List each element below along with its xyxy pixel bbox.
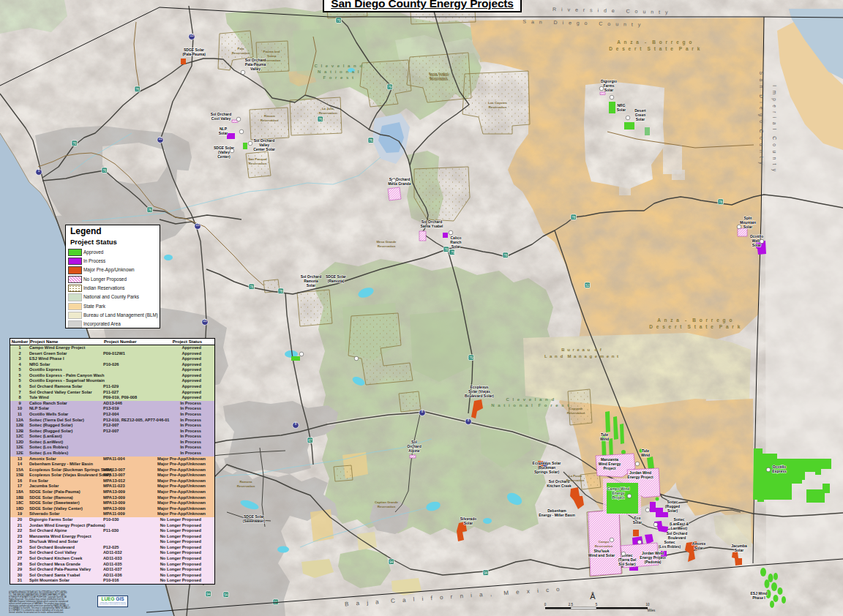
svg-text:Solar: Solar <box>307 283 316 288</box>
svg-text:Copypah: Copypah <box>569 407 583 410</box>
svg-text:2.5: 2.5 <box>569 603 574 606</box>
svg-text:Pauma and: Pauma and <box>263 50 280 53</box>
svg-text:N a t i o n a l: N a t i o n a l <box>318 70 360 74</box>
svg-text:(Ramona): (Ramona) <box>327 279 344 283</box>
svg-text:Reservation: Reservation <box>430 76 448 80</box>
svg-text:Campo: Campo <box>599 540 610 544</box>
svg-text:Solar: Solar <box>452 244 461 249</box>
svg-text:Reservation: Reservation <box>232 51 250 55</box>
svg-text:94: 94 <box>484 571 488 575</box>
svg-text:10: 10 <box>645 603 650 606</box>
svg-text:Reservation: Reservation <box>566 478 585 482</box>
svg-text:Reservation: Reservation <box>249 162 267 165</box>
svg-text:Wind: Wind <box>641 453 650 457</box>
svg-text:Solar: Solar <box>694 546 704 550</box>
svg-text:Solar): Solar) <box>667 508 678 513</box>
svg-text:(Los Robles): (Los Robles) <box>659 544 681 549</box>
svg-text:8: 8 <box>422 410 424 413</box>
svg-text:Reservation: Reservation <box>567 411 585 415</box>
svg-text:L a n d M a n a g e m e n t: L a n d M a n a g e m e n t <box>544 354 619 358</box>
svg-text:Å: Å <box>590 592 596 601</box>
svg-text:Wind and Solar: Wind and Solar <box>588 553 615 557</box>
svg-text:Cool Valley: Cool Valley <box>211 116 231 121</box>
svg-text:78: 78 <box>572 216 576 219</box>
svg-text:Reservation: Reservation <box>237 484 255 488</box>
svg-text:Springs Solar): Springs Solar) <box>534 470 560 474</box>
svg-text:76: 76 <box>369 139 373 143</box>
svg-text:A n z a - B o r r e g o: A n z a - B o r r e g o <box>617 40 693 45</box>
svg-text:Phase I: Phase I <box>752 596 765 600</box>
svg-text:76: 76 <box>135 88 140 91</box>
svg-text:Solar: Solar <box>219 131 228 135</box>
svg-text:Sol Solar): Sol Solar) <box>618 562 636 566</box>
svg-text:Reservation: Reservation <box>378 505 396 508</box>
svg-text:Rincon: Rincon <box>264 114 275 118</box>
svg-text:5: 5 <box>38 169 40 173</box>
svg-text:Wind: Wind <box>600 437 609 441</box>
svg-text:54: 54 <box>224 593 228 597</box>
svg-text:C l e v e l a n d: C l e v e l a n d <box>314 64 363 68</box>
svg-text:S2: S2 <box>585 284 590 288</box>
svg-text:LanWest): LanWest) <box>671 526 688 530</box>
svg-text:Santa Ysabel: Santa Ysabel <box>429 72 449 75</box>
svg-text:Solar: Solar <box>617 108 626 112</box>
svg-text:8: 8 <box>468 418 470 422</box>
svg-text:Reservation: Reservation <box>263 59 281 62</box>
svg-text:94: 94 <box>389 560 394 564</box>
svg-text:(Padoma): (Padoma) <box>645 560 662 564</box>
svg-text:(Pala-Pauma): (Pala-Pauma) <box>182 52 206 56</box>
svg-text:Yuima: Yuima <box>267 54 277 58</box>
svg-text:Santa Ysabel: Santa Ysabel <box>420 224 443 228</box>
svg-text:D e s e r t S t a t e P a r: D e s e r t S t a t e P a r k <box>649 324 741 329</box>
svg-text:Solar: Solar <box>743 225 753 229</box>
svg-text:8: 8 <box>295 422 297 426</box>
svg-text:Project: Project <box>604 466 616 470</box>
svg-text:Solar: Solar <box>636 117 645 121</box>
svg-text:Alpine: Alpine <box>408 448 419 453</box>
svg-text:Pala: Pala <box>238 47 244 50</box>
svg-text:S a n D i e g o C o u n t y: S a n D i e g o C o u n t y <box>758 72 764 165</box>
svg-text:Reservation: Reservation <box>378 244 396 248</box>
svg-text:67: 67 <box>308 439 312 443</box>
svg-text:94: 94 <box>206 593 211 596</box>
svg-text:Solar: Solar <box>752 243 762 247</box>
svg-text:Energy Project: Energy Project <box>627 475 653 479</box>
svg-text:79: 79 <box>388 86 392 89</box>
svg-text:Los Coyotes: Los Coyotes <box>488 101 507 105</box>
svg-text:78: 78 <box>503 254 508 258</box>
svg-text:Boulevard Solar): Boulevard Solar) <box>465 394 494 398</box>
svg-text:79: 79 <box>337 19 341 23</box>
svg-text:Reservation: Reservation <box>489 105 507 109</box>
svg-text:Project: Project <box>612 495 625 500</box>
svg-text:Ramona: Ramona <box>240 480 253 484</box>
svg-text:Mesa Grande: Mesa Grande <box>388 181 411 186</box>
svg-text:76: 76 <box>148 209 152 212</box>
svg-text:San Pasqual: San Pasqual <box>248 157 267 161</box>
svg-text:Valley: Valley <box>250 67 261 71</box>
svg-text:Mesa Grande: Mesa Grande <box>377 240 397 244</box>
svg-text:La Jolla: La Jolla <box>322 107 334 110</box>
svg-text:(Sweetwater): (Sweetwater) <box>243 519 266 523</box>
svg-text:78: 78 <box>444 248 449 252</box>
svg-text:Reservation: Reservation <box>319 111 337 115</box>
svg-text:Solar: Solar <box>604 88 614 92</box>
svg-text:Center Solar: Center Solar <box>253 147 275 151</box>
svg-text:N a t i o n a l F o r e s t: N a t i o n a l F o r e s t <box>491 403 569 407</box>
svg-text:78: 78 <box>250 285 254 289</box>
svg-text:15: 15 <box>190 34 194 37</box>
svg-text:15: 15 <box>203 319 207 323</box>
svg-text:78: 78 <box>279 290 283 293</box>
svg-text:Miles: Miles <box>648 609 656 612</box>
svg-text:A n z a - B o r r e g o: A n z a - B o r r e g o <box>657 318 733 323</box>
svg-text:B u r e a u o f: B u r e a u o f <box>561 348 602 352</box>
svg-text:78: 78 <box>719 200 723 204</box>
svg-text:Reservation: Reservation <box>595 544 613 548</box>
svg-text:F o r e s t: F o r e s t <box>323 75 354 80</box>
svg-text:79: 79 <box>469 356 473 360</box>
svg-text:76: 76 <box>318 118 323 121</box>
svg-text:76: 76 <box>102 169 107 173</box>
svg-text:Energy - Miller Basin: Energy - Miller Basin <box>539 513 574 517</box>
svg-text:I m p e r i a l C o u n t y: I m p e r i a l C o u n t y <box>771 85 777 172</box>
svg-text:15: 15 <box>158 137 162 140</box>
svg-text:Capitan Grande: Capitan Grande <box>375 500 399 504</box>
